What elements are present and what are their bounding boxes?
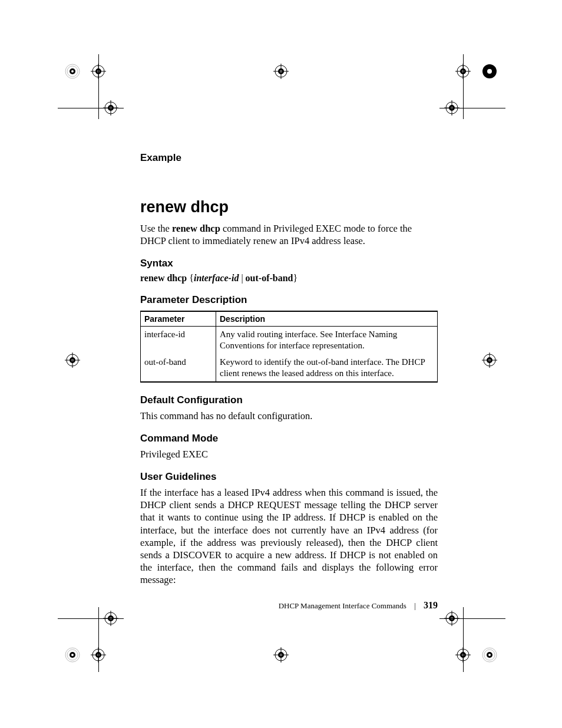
example-heading: Example [140,152,438,164]
syntax-heading: Syntax [140,258,438,269]
parameter-description-heading: Parameter Description [140,294,438,306]
syntax-line: renew dhcp {interface-id | out-of-band} [140,273,438,284]
syntax-keyword: out-of-band [246,273,293,283]
table-header-row: Parameter Description [141,311,438,327]
text: Use the [140,223,172,234]
footer-section-name: DHCP Management Interface Commands [279,601,406,610]
command-mode-heading: Command Mode [140,433,438,444]
td-parameter: interface-id [141,327,216,354]
page-content: Example renew dhcp Use the renew dhcp co… [140,152,438,597]
crop-mark-icon [273,647,289,663]
command-name: renew dhcp [172,223,220,234]
parameter-table: Parameter Description interface-id Any v… [140,311,438,383]
intro-paragraph: Use the renew dhcp command in Privileged… [140,222,438,247]
footer-separator: | [414,601,416,610]
command-title: renew dhcp [140,198,438,216]
td-description: Keyword to identify the out-of-band inte… [216,354,438,382]
page-footer: DHCP Management Interface Commands | 319 [140,600,438,611]
svg-point-3 [71,70,74,73]
table-row: interface-id Any valid routing interface… [141,327,438,354]
crop-mark-icon [482,353,497,368]
command-mode-body: Privileged EXEC [140,448,438,460]
svg-point-68 [488,654,491,656]
page-number: 319 [424,600,438,610]
th-parameter: Parameter [141,311,216,327]
text: } [293,273,297,283]
user-guidelines-body: If the interface has a leased IPv4 addre… [140,486,438,586]
td-description: Any valid routing interface. See Interfa… [216,327,438,354]
crop-mark-icon [482,64,497,79]
td-parameter: out-of-band [141,354,216,382]
svg-point-49 [71,654,74,656]
syntax-param: interface-id [194,273,239,283]
crop-mark-icon [65,647,80,663]
table-row: out-of-band Keyword to identify the out-… [141,354,438,382]
default-configuration-body: This command has no default configuratio… [140,410,438,422]
syntax-command: renew dhcp [140,273,187,283]
default-configuration-heading: Default Configuration [140,394,438,406]
th-description: Description [216,311,438,327]
text: | [239,273,245,283]
user-guidelines-heading: User Guidelines [140,471,438,483]
svg-point-20 [487,69,492,74]
text: { [187,273,194,283]
crop-mark-icon [65,64,80,79]
crop-mark-icon [273,64,289,79]
crop-mark-icon [482,647,497,663]
crop-mark-icon [65,353,80,368]
